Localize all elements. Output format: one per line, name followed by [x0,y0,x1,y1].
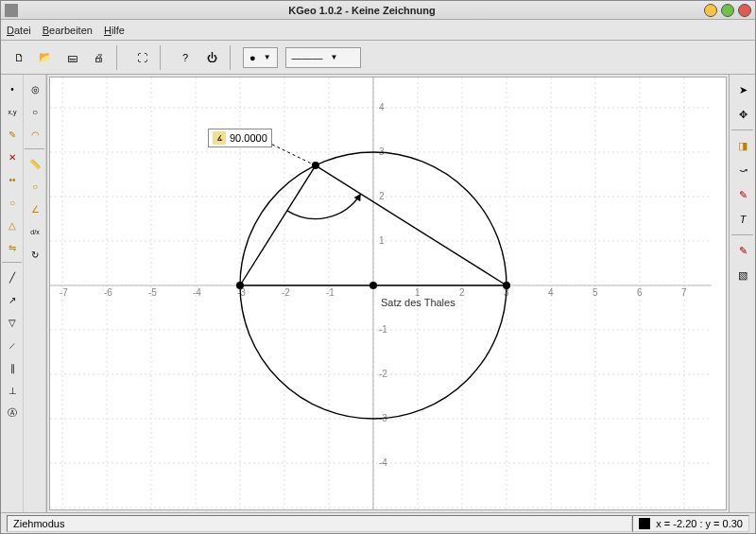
separator [160,45,167,70]
perpendicular-tool[interactable]: ⊥ [2,380,23,401]
svg-text:-4: -4 [379,457,387,468]
circle-measure-tool[interactable]: ○ [25,176,45,197]
fill-tool[interactable]: ▧ [731,264,754,286]
line-tool[interactable]: ⟋ [2,335,23,355]
help-button[interactable]: ? [173,45,198,70]
point-style-dropdown[interactable]: ● ▼ [243,47,278,68]
point-style-value: ● [249,52,256,63]
separator [230,45,237,70]
move-tool[interactable]: ✥ [731,103,754,126]
rotate-tool[interactable]: ↻ [25,244,45,265]
parallel-tool[interactable]: ∥ [2,357,23,378]
main-toolbar: 🗋 📂 🖴 🖨 ⛶ ? ⏻ ● ▼ ——— ▼ [1,41,755,75]
svg-text:6: 6 [637,287,643,298]
svg-text:-5: -5 [148,287,157,298]
svg-text:-7: -7 [60,287,68,298]
menubar: Datei Bearbeiten Hilfe [1,20,755,41]
point-tool[interactable]: • [2,78,23,99]
coord-text: x = -2.20 : y = 0.30 [656,518,743,529]
tool-column-2: ◎ ○ ◠ 📏 ○ ∠ d/x ↻ [24,75,46,512]
color-swatch [639,518,650,529]
svg-text:4: 4 [379,102,385,112]
fullscreen-button[interactable]: ⛶ [129,45,154,70]
svg-text:-6: -6 [104,287,112,298]
status-coords: x = -2.20 : y = 0.30 [632,515,749,532]
svg-text:2: 2 [459,287,465,298]
compass-tool[interactable]: Ⓐ [2,403,23,423]
print-button[interactable]: 🖨 [86,45,111,70]
line-style-value: ——— [292,52,323,63]
statusbar: Ziehmodus x = -2.20 : y = 0.30 [1,512,755,533]
intersect-tool[interactable]: ✕ [2,146,23,167]
angle-value: 90.0000 [230,132,267,144]
ray-tool[interactable]: ↗ [2,289,23,310]
svg-point-59 [503,282,510,289]
svg-text:Satz des Thales: Satz des Thales [381,297,455,308]
distance-tool[interactable]: d/x [25,221,45,242]
svg-marker-56 [354,194,361,201]
coord-point-tool[interactable]: x,y [2,101,23,122]
svg-text:-2: -2 [282,287,290,298]
pen-tool[interactable]: ✎ [731,183,754,206]
chevron-down-icon: ▼ [331,53,338,61]
left-tool-panel: • x,y ✎ ✕ •• ○ △ ⇋ ╱ ↗ ▽ ⟋ ∥ ⊥ Ⓐ ◎ ○ ◠ [1,75,47,512]
angle-icon: ∡ [213,131,226,145]
divider [731,234,753,235]
svg-text:4: 4 [548,287,554,298]
reflect-tool[interactable]: ⇋ [2,237,23,258]
divider [731,129,753,130]
menu-edit[interactable]: Bearbeiten [43,25,93,36]
titlebar: KGeo 1.0.2 - Keine Zeichnung [1,1,755,20]
arc-tool[interactable]: ◠ [25,124,45,145]
ruler-tool[interactable]: 📏 [25,153,45,174]
svg-line-54 [240,165,316,285]
svg-point-60 [312,162,319,169]
close-button[interactable] [738,4,751,17]
divider [2,262,22,263]
triangle-tool[interactable]: △ [2,215,23,235]
circle-tool[interactable]: ○ [2,192,23,213]
save-button[interactable]: 🖴 [60,45,84,70]
midpoint-tool[interactable]: •• [2,169,23,190]
pointer-tool[interactable]: ➤ [731,78,754,101]
point-on-tool[interactable]: ✎ [2,124,23,145]
separator [116,45,124,70]
tool-column-1: • x,y ✎ ✕ •• ○ △ ⇋ ╱ ↗ ▽ ⟋ ∥ ⊥ Ⓐ [1,75,24,512]
power-button[interactable]: ⏻ [199,45,224,70]
trace-tool[interactable]: ⤻ [731,159,754,181]
drawing-canvas[interactable]: -7-6-5-4-3-2-11234567-4-3-2-11234Satz de… [49,77,727,510]
line-style-dropdown[interactable]: ——— ▼ [285,47,361,68]
svg-text:1: 1 [379,235,385,246]
polygon-tool[interactable]: ▽ [2,312,23,333]
divider [25,148,44,149]
menu-file[interactable]: Datei [7,25,31,36]
angle-measurement-label[interactable]: ∡ 90.0000 [208,129,272,147]
svg-text:7: 7 [681,287,687,298]
maximize-button[interactable] [721,4,734,17]
svg-text:5: 5 [593,287,598,298]
right-tool-panel: ➤ ✥ ◨ ⤻ ✎ T ✎ ▧ [729,75,755,512]
menu-help[interactable]: Hilfe [104,25,125,36]
svg-text:-1: -1 [379,324,387,335]
segment-tool[interactable]: ╱ [2,267,23,287]
svg-point-61 [369,282,377,289]
window-title: KGeo 1.0.2 - Keine Zeichnung [24,5,700,16]
chevron-down-icon: ▼ [264,53,271,61]
app-icon [5,4,18,17]
svg-text:-1: -1 [326,287,335,298]
minimize-button[interactable] [704,4,717,17]
open-button[interactable]: 📂 [33,45,58,70]
text-tool[interactable]: T [731,208,754,231]
svg-text:2: 2 [379,191,385,201]
circle-3pt-tool[interactable]: ○ [25,101,45,122]
brush-tool[interactable]: ✎ [731,239,754,262]
circle-center-tool[interactable]: ◎ [25,78,45,99]
angle-tool[interactable]: ∠ [25,198,45,219]
status-mode: Ziehmodus [7,515,632,532]
svg-text:-2: -2 [379,369,387,379]
svg-text:-4: -4 [193,287,201,298]
new-button[interactable]: 🗋 [7,45,31,70]
svg-line-55 [316,165,507,285]
svg-point-58 [236,282,244,289]
eraser-tool[interactable]: ◨ [731,134,754,157]
